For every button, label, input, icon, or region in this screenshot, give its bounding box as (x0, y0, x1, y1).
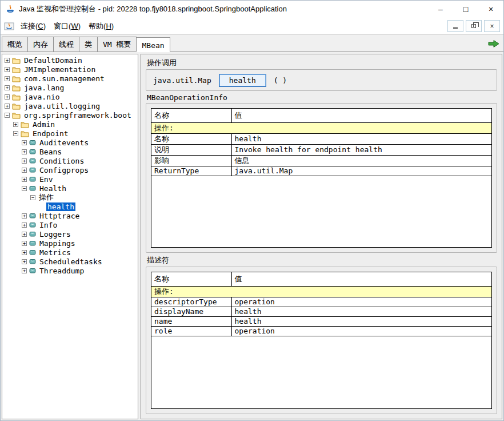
tree-node-Auditevents[interactable]: +Auditevents (2, 138, 138, 147)
table-row[interactable]: descriptorTypeoperation (151, 297, 491, 307)
menu-window[interactable]: 窗口(W) (50, 19, 85, 33)
cell-name: displayName (151, 307, 231, 316)
maximize-button[interactable]: □ (453, 1, 478, 18)
tab-bar: 概览内存线程类VM 概要MBean (1, 35, 503, 52)
tab-classes[interactable]: 类 (79, 37, 98, 51)
minimize-button[interactable]: – (428, 1, 453, 18)
tab-memory[interactable]: 内存 (27, 37, 54, 51)
cell-value: java.util.Map (231, 166, 491, 176)
tree-node-Health[interactable]: −Health (2, 184, 138, 193)
tree-node-label: Configprops (38, 166, 90, 174)
descriptor-column-header-value[interactable]: 值 (231, 272, 491, 286)
expand-toggle-icon[interactable]: + (22, 158, 27, 164)
close-button[interactable]: × (478, 1, 503, 18)
expand-toggle-icon[interactable]: + (22, 213, 27, 219)
titlebar: Java 监视和管理控制台 - pid: 20228 top.fjy8018.s… (1, 1, 503, 18)
cell-value: health (231, 307, 491, 316)
tree-node-com.sun.management[interactable]: +com.sun.management (2, 74, 138, 83)
opinfo-column-header-value[interactable]: 值 (231, 109, 491, 122)
tree-node-Mappings[interactable]: +Mappings (2, 239, 138, 248)
mbean-icon (29, 185, 36, 192)
descriptor-column-header-name[interactable]: 名称 (151, 272, 231, 286)
tree-node-Env[interactable]: +Env (2, 174, 138, 184)
expand-toggle-icon[interactable]: + (22, 250, 27, 255)
folder-icon (21, 121, 29, 128)
expand-toggle-icon[interactable]: + (5, 58, 10, 63)
tree-node-label: 操作 (38, 192, 55, 202)
expand-toggle-icon[interactable]: + (22, 268, 27, 273)
menu-help[interactable]: 帮助(H) (85, 19, 118, 33)
tree-node-Configprops[interactable]: +Configprops (2, 165, 138, 174)
tree-node-label: Mappings (38, 239, 77, 248)
collapse-toggle-icon[interactable]: − (30, 195, 35, 200)
tree-node-health[interactable]: health (2, 202, 138, 211)
mbean-icon (29, 139, 36, 146)
expand-toggle-icon[interactable]: + (5, 76, 10, 81)
tree-node-label: DefaultDomain (23, 56, 83, 65)
table-row[interactable]: 说明Invoke health for endpoint health (151, 144, 491, 155)
expand-toggle-icon[interactable]: + (22, 168, 27, 173)
collapse-toggle-icon[interactable]: − (13, 131, 18, 136)
tree-node-Endpoint[interactable]: −Endpoint (2, 129, 138, 138)
expand-toggle-icon[interactable]: + (22, 140, 27, 145)
tree-node-java.lang[interactable]: +java.lang (2, 83, 138, 92)
table-row[interactable]: ReturnTypejava.util.Map (151, 166, 491, 176)
tree-node-label: Info (38, 221, 58, 229)
table-row[interactable]: namehealth (151, 316, 491, 326)
folder-icon (12, 84, 21, 92)
cell-name: 说明 (151, 144, 231, 155)
tree-node-label: Metrics (38, 248, 72, 257)
frame-minimize-button[interactable] (447, 20, 463, 32)
tree-node-org.springframework.boot[interactable]: −org.springframework.boot (2, 110, 138, 120)
frame-close-button[interactable]: × (484, 20, 500, 32)
tree-node-Threaddump[interactable]: +Threaddump (2, 266, 138, 275)
tab-vm-summary[interactable]: VM 概要 (97, 37, 137, 51)
tree-node-Beans[interactable]: +Beans (2, 147, 138, 156)
tree-node-Scheduledtasks[interactable]: +Scheduledtasks (2, 257, 138, 266)
tree-node-java.util.logging[interactable]: +java.util.logging (2, 101, 138, 110)
group-row-label: 操作: (151, 286, 491, 297)
cell-name: role (151, 326, 231, 336)
tab-threads[interactable]: 线程 (53, 37, 79, 51)
tree-node-Loggers[interactable]: +Loggers (2, 229, 138, 239)
tree-node-Conditions[interactable]: +Conditions (2, 156, 138, 165)
menu-connect[interactable]: 连接(C) (17, 19, 50, 33)
tree-node-操作[interactable]: −操作 (2, 193, 138, 202)
table-row[interactable]: roleoperation (151, 326, 491, 336)
expand-toggle-icon[interactable]: + (5, 67, 10, 72)
descriptor-group: 描述符 名称 值 操作:descriptorTypeoperationdis (146, 253, 497, 414)
expand-toggle-icon[interactable]: + (5, 85, 10, 90)
tree-node-label: Health (38, 184, 67, 193)
expand-toggle-icon[interactable]: + (22, 177, 27, 182)
expand-toggle-icon[interactable]: + (22, 149, 27, 154)
tree-node-Metrics[interactable]: +Metrics (2, 248, 138, 257)
expand-toggle-icon[interactable]: + (22, 259, 27, 264)
expand-toggle-icon[interactable]: + (5, 104, 10, 109)
expand-toggle-icon[interactable]: + (13, 122, 18, 127)
tree-node-java.nio[interactable]: +java.nio (2, 92, 138, 101)
folder-icon (12, 75, 21, 82)
table-row[interactable]: displayNamehealth (151, 307, 491, 316)
cell-name: name (151, 316, 231, 326)
expand-toggle-icon[interactable]: + (22, 223, 27, 228)
collapse-toggle-icon[interactable]: − (22, 186, 27, 191)
table-group-row: 操作: (151, 286, 491, 297)
tree-node-label: com.sun.management (23, 74, 106, 83)
tree-node-Httptrace[interactable]: +Httptrace (2, 211, 138, 220)
invoke-health-button[interactable]: health (219, 74, 266, 86)
tab-overview[interactable]: 概览 (2, 37, 28, 51)
table-row[interactable]: 影响信息 (151, 155, 491, 166)
table-row[interactable]: 名称health (151, 133, 491, 144)
tree-node-Info[interactable]: +Info (2, 220, 138, 229)
expand-toggle-icon[interactable]: + (22, 241, 27, 246)
expand-toggle-icon[interactable]: + (5, 94, 10, 100)
expand-toggle-icon[interactable]: + (22, 232, 27, 237)
frame-restore-button[interactable] (466, 20, 482, 32)
collapse-toggle-icon[interactable]: − (5, 113, 10, 118)
opinfo-column-header-name[interactable]: 名称 (151, 109, 231, 122)
tree-node-DefaultDomain[interactable]: +DefaultDomain (2, 55, 138, 65)
jconsole-window: Java 监视和管理控制台 - pid: 20228 top.fjy8018.s… (0, 0, 504, 421)
tree-node-Admin[interactable]: +Admin (2, 120, 138, 129)
tree-node-JMImplementation[interactable]: +JMImplementation (2, 65, 138, 74)
tab-mbean[interactable]: MBean (136, 37, 170, 52)
